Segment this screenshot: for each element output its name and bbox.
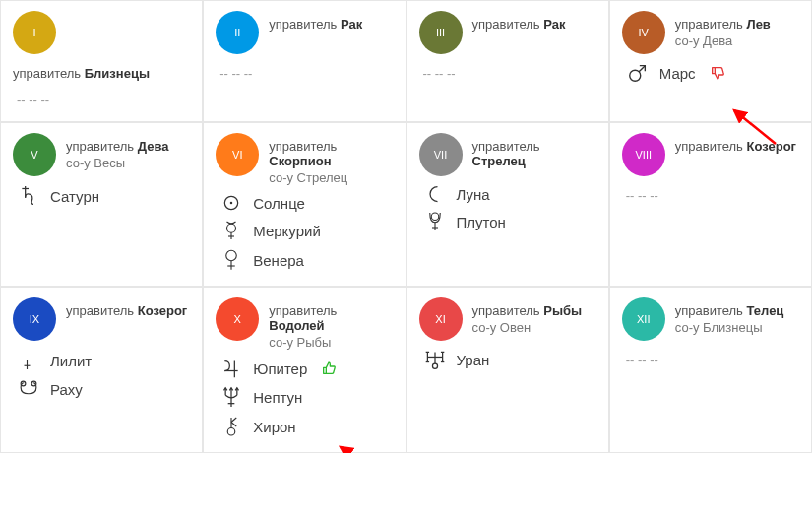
planet-row: Уран	[423, 349, 596, 370]
house-cell-II: IIуправитель Рак-- -- --	[203, 0, 406, 122]
planet-name: Уран	[457, 352, 490, 368]
coruler-line: со-у Близнецы	[675, 320, 784, 335]
ruler-line: управитель Рак	[269, 17, 362, 32]
svg-point-25	[228, 428, 236, 436]
planet-name: Плутон	[457, 214, 506, 230]
ruler-line: управитель Козерог	[675, 139, 796, 154]
planet-name: Хирон	[253, 419, 295, 435]
empty-placeholder: -- -- --	[423, 66, 596, 81]
house-badge: VIII	[622, 133, 665, 176]
svg-point-12	[431, 213, 439, 221]
house-badge: III	[419, 11, 463, 54]
moon-icon	[423, 184, 447, 204]
venus-icon	[219, 248, 243, 272]
planet-name: Солнце	[253, 195, 305, 212]
planet-name: Лилит	[50, 353, 92, 369]
lilith-icon	[17, 349, 40, 372]
planet-name: Венера	[253, 252, 304, 269]
ruler-line: управитель Лев	[675, 17, 771, 32]
house-badge: I	[13, 11, 56, 54]
house-badge: VII	[419, 133, 463, 176]
sun-icon	[219, 193, 243, 213]
svg-point-5	[230, 202, 233, 205]
coruler-line: со-у Весы	[66, 156, 168, 170]
ruler-line: управитель Стрелец	[472, 139, 596, 168]
planet-name: Раху	[50, 381, 83, 398]
planet-row: Марс	[626, 62, 799, 84]
house-badge: XI	[419, 297, 463, 341]
pluto-icon	[423, 210, 447, 233]
mars-icon	[626, 62, 650, 84]
coruler-line: со-у Овен	[472, 320, 583, 335]
house-cell-I: Iуправитель Близнецы-- -- --	[0, 0, 203, 122]
planet-row: Венера	[219, 248, 393, 272]
planet-name: Луна	[457, 186, 490, 203]
coruler-line: со-у Рыбы	[269, 335, 393, 350]
mercury-icon	[219, 219, 243, 242]
thumbs-down-icon	[710, 65, 725, 81]
planet-row: Юпитер	[219, 358, 393, 379]
empty-placeholder: -- -- --	[17, 93, 190, 107]
planet-name: Меркурий	[253, 223, 321, 239]
svg-line-1	[639, 66, 645, 72]
ruler-line: управитель Близнецы	[13, 66, 150, 81]
thumbs-up-icon	[321, 360, 337, 376]
ruler-line: управитель Дева	[66, 139, 168, 154]
chiron-icon	[219, 415, 243, 438]
planet-row: Хирон	[219, 415, 393, 438]
house-badge: XII	[622, 297, 665, 341]
uranus-icon	[423, 349, 447, 370]
empty-placeholder: -- -- --	[219, 66, 393, 81]
planet-name: Нептун	[253, 389, 302, 406]
coruler-line: со-у Дева	[675, 33, 771, 48]
house-cell-IV: IVуправитель Левсо-у ДеваМарс	[609, 0, 812, 122]
saturn-icon	[17, 184, 40, 208]
house-badge: IV	[622, 11, 665, 54]
planet-row: Раху	[17, 378, 190, 400]
house-cell-V: Vуправитель Девасо-у ВесыСатурн	[0, 122, 203, 287]
planet-row: Солнце	[219, 193, 393, 213]
empty-placeholder: -- -- --	[626, 353, 799, 367]
planet-row: Луна	[423, 184, 596, 204]
empty-placeholder: -- -- --	[626, 188, 799, 203]
house-cell-VII: VIIуправитель СтрелецЛунаПлутон	[406, 122, 609, 287]
planet-row: Нептун	[219, 385, 393, 409]
house-cell-III: IIIуправитель Рак-- -- --	[406, 0, 609, 122]
house-badge: IX	[13, 297, 56, 341]
planet-name: Сатурн	[50, 188, 99, 205]
house-badge: II	[216, 11, 259, 54]
ruler-line: управитель Козерог	[66, 303, 187, 318]
svg-point-33	[432, 363, 437, 368]
ruler-line: управитель Рак	[472, 17, 566, 32]
planet-row: Плутон	[423, 210, 596, 233]
house-cell-XII: XIIуправитель Телецсо-у Близнецы-- -- --	[609, 287, 812, 453]
planet-row: Лилит	[17, 349, 190, 372]
ruler-line: управитель Водолей	[269, 303, 393, 333]
house-cell-VI: VIуправитель Скорпионсо-у СтрелецСолнцеМ…	[203, 122, 406, 287]
jupiter-icon	[219, 358, 243, 379]
planet-name: Марс	[659, 65, 696, 82]
planet-name: Юпитер	[253, 360, 307, 377]
planet-row: Меркурий	[219, 219, 393, 242]
ruler-line: управитель Скорпион	[269, 139, 393, 168]
house-badge: X	[216, 297, 259, 341]
coruler-line: со-у Стрелец	[269, 170, 393, 185]
rahu-icon	[17, 378, 40, 400]
svg-point-9	[226, 250, 237, 261]
house-cell-XI: XIуправитель Рыбысо-у ОвенУран	[406, 287, 609, 453]
house-cell-IX: IXуправитель КозерогЛилитРаху	[0, 287, 203, 453]
ruler-line: управитель Рыбы	[472, 303, 583, 318]
house-badge: V	[13, 133, 56, 176]
svg-point-6	[227, 224, 236, 232]
planet-row: Сатурн	[17, 184, 190, 208]
svg-line-27	[231, 418, 236, 423]
house-badge: VI	[216, 133, 259, 176]
house-cell-X: Xуправитель Водолейсо-у РыбыЮпитерНептун…	[203, 287, 406, 453]
neptune-icon	[219, 385, 243, 409]
svg-line-28	[231, 423, 236, 427]
house-cell-VIII: VIIIуправитель Козерог-- -- --	[609, 122, 812, 287]
ruler-line: управитель Телец	[675, 303, 784, 318]
